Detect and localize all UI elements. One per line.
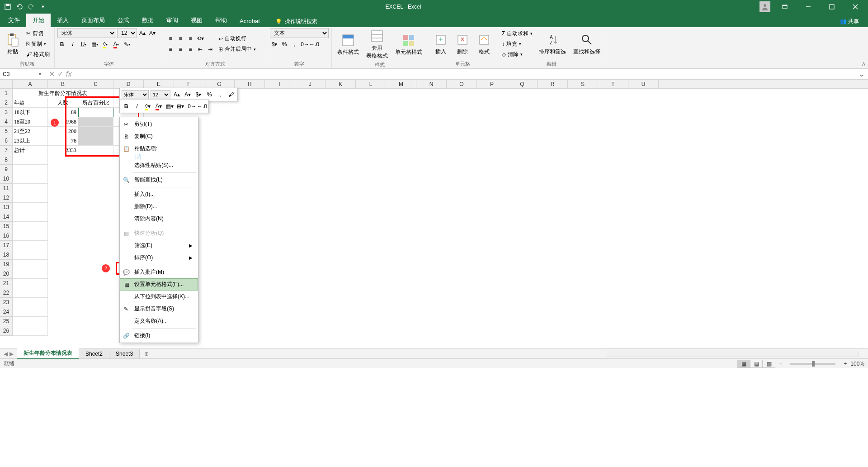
col-header[interactable]: C (78, 80, 113, 88)
wrap-text-button[interactable]: ↩自动换行 (217, 34, 258, 43)
row-header[interactable]: 26 (0, 326, 12, 336)
mini-fill-color-button[interactable]: ◊▾ (143, 102, 152, 111)
menu-smart-lookup[interactable]: 🔍智能查找(L) (120, 174, 198, 186)
format-painter-button[interactable]: 🖌格式刷 (24, 50, 52, 59)
mini-decimal-inc-icon[interactable]: .0→ (187, 102, 196, 111)
minimize-icon[interactable] (799, 0, 817, 14)
mini-font-color-button[interactable]: A▾ (154, 102, 163, 111)
copy-button[interactable]: ⎘复制 ▾ (24, 39, 52, 49)
menu-link[interactable]: 🔗链接(I) (120, 329, 198, 342)
font-name-select[interactable]: 宋体 (57, 28, 116, 38)
col-header[interactable]: B (48, 80, 78, 88)
collapse-ribbon-icon[interactable]: ᐱ (862, 62, 865, 67)
menu-quick-analysis[interactable]: ▦快速分析(Q) (120, 227, 198, 239)
col-header[interactable]: K (326, 80, 356, 88)
tell-me-search[interactable]: 💡 操作说明搜索 (272, 16, 321, 27)
autosum-button[interactable]: Σ自动求和 ▾ (500, 29, 534, 38)
sort-filter-button[interactable]: AZ排序和筛选 (536, 32, 569, 57)
sheet-nav[interactable]: ◀ ▶ (0, 351, 17, 357)
cell[interactable]: 2333 (48, 146, 78, 155)
col-header[interactable]: J (295, 80, 326, 88)
mini-decrease-font-icon[interactable]: A▾ (183, 90, 192, 99)
cell[interactable] (78, 117, 113, 127)
name-box[interactable]: C3 ▼ (0, 71, 45, 77)
horizontal-scrollbar[interactable] (606, 351, 859, 357)
cell[interactable] (78, 146, 113, 155)
row-header[interactable]: 5 (0, 127, 12, 136)
cell[interactable] (78, 127, 113, 136)
cell[interactable]: 18以下 (13, 108, 48, 117)
row-header[interactable]: 19 (0, 260, 12, 269)
menu-insert-comment[interactable]: 💬插入批注(M) (120, 266, 198, 278)
menu-format-cells[interactable]: ▦设置单元格格式(F)... (120, 278, 198, 291)
menu-delete[interactable]: 删除(D)... (120, 200, 198, 213)
mini-decimal-dec-icon[interactable]: ←.0 (198, 102, 207, 111)
chevron-down-icon[interactable]: ▼ (38, 72, 42, 76)
cell[interactable]: 21至22 (13, 127, 48, 136)
mini-border-button[interactable]: ▦▾ (165, 102, 174, 111)
page-break-view-icon[interactable]: ▥ (763, 360, 775, 368)
mini-bold-button[interactable]: B (122, 102, 131, 111)
indent-increase-icon[interactable]: ⇥ (206, 45, 215, 54)
col-header[interactable]: Q (507, 80, 538, 88)
sheet-tab-active[interactable]: 新生年龄分布情况表 (17, 348, 79, 359)
mini-font-size-select[interactable]: 12 (151, 90, 170, 99)
menu-paste-options[interactable]: 📋粘贴选项: (120, 143, 198, 155)
col-header[interactable]: D (113, 80, 144, 88)
redo-icon[interactable] (27, 3, 35, 11)
share-button[interactable]: 👥 共享 (836, 16, 863, 27)
row-header[interactable]: 11 (0, 184, 12, 193)
align-center-icon[interactable]: ≡ (176, 45, 185, 54)
menu-sort[interactable]: 排序(O)▶ (120, 252, 198, 264)
zoom-slider[interactable] (790, 363, 835, 365)
row-header[interactable]: 25 (0, 317, 12, 326)
cell[interactable]: 总计 (13, 146, 48, 155)
tab-data[interactable]: 数据 (136, 14, 160, 27)
increase-font-icon[interactable]: A▴ (138, 29, 147, 38)
cell[interactable]: 89 (48, 108, 78, 117)
row-header[interactable]: 20 (0, 269, 12, 279)
col-header[interactable]: F (174, 80, 204, 88)
row-header[interactable]: 14 (0, 212, 12, 222)
add-sheet-button[interactable]: ⊕ (140, 351, 153, 357)
format-cells-button[interactable]: 格式 (474, 32, 494, 57)
col-header[interactable]: L (356, 80, 386, 88)
menu-paste-default[interactable]: 📄 (120, 155, 198, 159)
tab-insert[interactable]: 插入 (51, 14, 75, 27)
row-header[interactable]: 6 (0, 136, 12, 146)
align-top-icon[interactable]: ≡ (166, 34, 175, 43)
tab-view[interactable]: 视图 (184, 14, 209, 27)
tab-layout[interactable]: 页面布局 (75, 14, 111, 27)
row-header[interactable]: 15 (0, 222, 12, 231)
cell[interactable]: 23以上 (13, 136, 48, 146)
menu-cut[interactable]: ✂剪切(T) (120, 118, 198, 130)
menu-clear-contents[interactable]: 清除内容(N) (120, 213, 198, 225)
col-header[interactable]: U (628, 80, 659, 88)
tab-help[interactable]: 帮助 (209, 14, 233, 27)
col-header[interactable]: H (235, 80, 265, 88)
cell[interactable]: 18至20 (13, 117, 48, 127)
col-header[interactable]: G (204, 80, 235, 88)
col-header[interactable]: R (538, 80, 568, 88)
tab-home[interactable]: 开始 (26, 14, 51, 27)
bold-button[interactable]: B (57, 40, 66, 49)
zoom-in-icon[interactable]: + (844, 361, 847, 367)
cell[interactable] (78, 136, 113, 146)
col-header[interactable]: N (416, 80, 447, 88)
menu-insert[interactable]: 插入(I)... (120, 188, 198, 200)
tab-file[interactable]: 文件 (2, 14, 26, 27)
italic-button[interactable]: I (68, 40, 77, 49)
cell[interactable]: 新生年龄分布情况表 (13, 89, 113, 98)
col-header[interactable]: P (477, 80, 507, 88)
tab-review[interactable]: 审阅 (160, 14, 184, 27)
menu-filter[interactable]: 筛选(E)▶ (120, 239, 198, 252)
mini-italic-button[interactable]: I (132, 102, 142, 111)
comma-format-icon[interactable]: , (290, 40, 299, 49)
cell[interactable]: 200 (48, 127, 78, 136)
indent-decrease-icon[interactable]: ⇤ (196, 45, 205, 54)
save-icon[interactable] (4, 3, 12, 11)
user-avatar-icon[interactable] (760, 1, 770, 12)
spreadsheet-grid[interactable]: A B C D E F G H I J K L M N O P Q R S T … (0, 80, 868, 348)
menu-pick-from-list[interactable]: 从下拉列表中选择(K)... (120, 291, 198, 303)
delete-cells-button[interactable]: ×删除 (453, 32, 472, 57)
